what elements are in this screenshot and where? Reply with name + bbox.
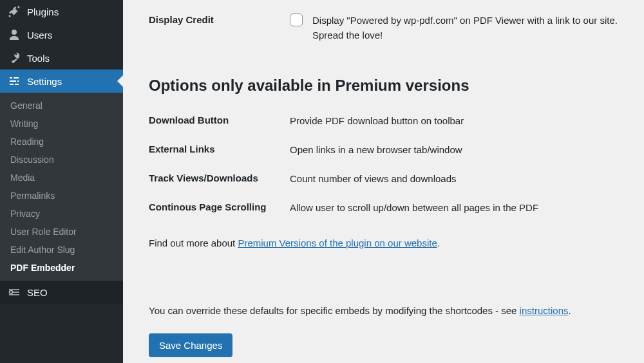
submenu-item-user-role[interactable]: User Role Editor	[0, 223, 123, 241]
premium-label: Download Button	[149, 113, 290, 128]
premium-desc: Allow user to scroll up/down between all…	[290, 200, 620, 215]
submenu-item-general[interactable]: General	[0, 97, 123, 115]
menu-label: SEO	[27, 287, 48, 298]
menu-label: Settings	[27, 76, 62, 87]
settings-submenu: General Writing Reading Discussion Media…	[0, 93, 123, 281]
premium-link[interactable]: Premium Versions of the plugin on our we…	[238, 237, 437, 248]
premium-row-scroll: Continous Page Scrolling Allow user to s…	[149, 189, 620, 218]
menu-label: Users	[27, 30, 52, 41]
premium-desc: Open links in a new browser tab/window	[290, 142, 620, 157]
premium-heading: Options only available in Premium versio…	[149, 43, 620, 102]
settings-content: Display Credit Display "Powered by wp-pd…	[123, 0, 644, 363]
sidebar-item-seo[interactable]: SEO	[0, 281, 123, 304]
sliders-icon	[8, 75, 21, 88]
submenu-item-reading[interactable]: Reading	[0, 133, 123, 151]
display-credit-label: Display Credit	[149, 13, 290, 28]
premium-more-info: Find out more about Premium Versions of …	[149, 218, 620, 250]
save-changes-button[interactable]: Save Changes	[149, 333, 232, 357]
premium-label: Continous Page Scrolling	[149, 200, 290, 215]
premium-row-track: Track Views/Downloads Count number of vi…	[149, 160, 620, 189]
submenu-item-writing[interactable]: Writing	[0, 115, 123, 133]
premium-label: External Links	[149, 142, 290, 157]
sidebar-item-tools[interactable]: Tools	[0, 46, 123, 70]
menu-label: Plugins	[27, 6, 59, 17]
premium-row-download: Download Button Provide PDF download but…	[149, 102, 620, 131]
submenu-item-privacy[interactable]: Privacy	[0, 205, 123, 223]
premium-desc: Count number of views and downloads	[290, 171, 620, 186]
submenu-item-media[interactable]: Media	[0, 169, 123, 187]
submenu-item-edit-author[interactable]: Edit Author Slug	[0, 241, 123, 259]
submenu-item-pdf-embedder[interactable]: PDF Embedder	[0, 259, 123, 277]
sidebar-item-plugins[interactable]: Plugins	[0, 0, 123, 23]
display-credit-checkbox[interactable]	[290, 14, 303, 26]
user-icon	[8, 28, 21, 41]
svg-point-3	[10, 291, 13, 294]
display-credit-desc: Display "Powered by wp-pdf.com" on PDF V…	[312, 13, 620, 43]
admin-sidebar: Plugins Users Tools Settings General Wri…	[0, 0, 123, 363]
sidebar-item-users[interactable]: Users	[0, 23, 123, 46]
seo-icon	[8, 286, 21, 299]
premium-row-external: External Links Open links in a new brows…	[149, 131, 620, 160]
wrench-icon	[8, 51, 21, 64]
display-credit-row: Display Credit Display "Powered by wp-pd…	[149, 0, 620, 43]
submenu-item-permalinks[interactable]: Permalinks	[0, 187, 123, 205]
instructions-link[interactable]: instructions	[520, 305, 569, 316]
premium-label: Track Views/Downloads	[149, 171, 290, 186]
sidebar-item-settings[interactable]: Settings	[0, 70, 123, 93]
override-info: You can override these defaults for spec…	[149, 250, 620, 318]
submenu-item-discussion[interactable]: Discussion	[0, 151, 123, 169]
premium-desc: Provide PDF download button on toolbar	[290, 113, 620, 128]
plugin-icon	[8, 5, 21, 18]
menu-label: Tools	[27, 53, 50, 64]
